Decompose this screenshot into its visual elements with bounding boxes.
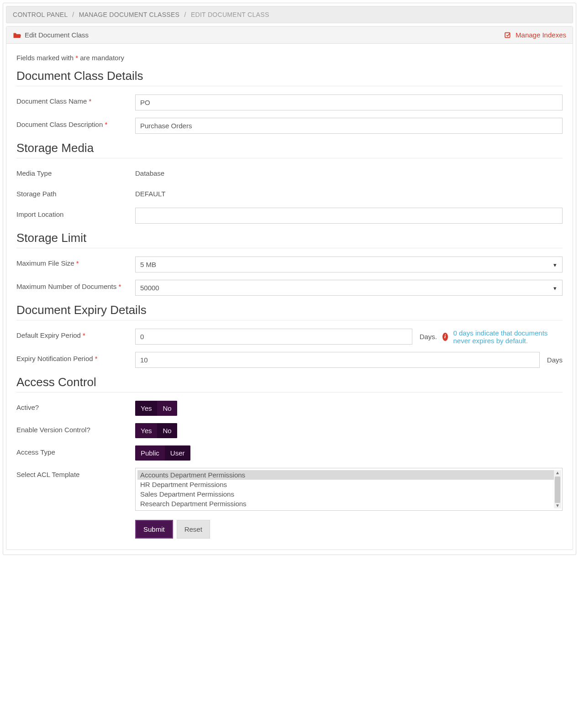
version-no-button[interactable]: No <box>157 423 177 438</box>
label-max-docs: Maximum Number of Documents * <box>16 280 135 290</box>
acl-option[interactable]: Research Department Permissions <box>137 499 560 508</box>
active-yes-button[interactable]: Yes <box>135 401 157 416</box>
media-type-value: Database <box>135 167 164 180</box>
active-no-button[interactable]: No <box>157 401 177 416</box>
label-media-type: Media Type <box>16 167 135 177</box>
breadcrumb-current: EDIT DOCUMENT CLASS <box>191 11 269 18</box>
submit-button[interactable]: Submit <box>135 520 173 539</box>
acl-option[interactable]: HR Department Permissions <box>137 480 560 489</box>
storage-path-value: DEFAULT <box>135 187 165 200</box>
label-max-file-size: Maximum File Size * <box>16 257 135 267</box>
label-expiry-notif: Expiry Notification Period * <box>16 352 135 362</box>
label-import-location: Import Location <box>16 208 135 218</box>
check-square-icon <box>504 31 512 39</box>
max-docs-select[interactable]: 50000 <box>135 280 563 296</box>
breadcrumb-control-panel[interactable]: CONTROL PANEL <box>13 11 68 18</box>
scroll-thumb[interactable] <box>555 477 560 503</box>
mandatory-note: Fields marked with * are mandatory <box>16 54 563 62</box>
panel-title: Edit Document Class <box>25 31 89 39</box>
label-storage-path: Storage Path <box>16 187 135 198</box>
label-acl-template: Select ACL Template <box>16 468 135 478</box>
expiry-hint: 0 days indicate that documents never exp… <box>453 329 563 345</box>
active-toggle: Yes No <box>135 401 177 416</box>
acl-template-listbox[interactable]: Accounts Department Permissions HR Depar… <box>135 468 563 511</box>
info-icon: i <box>442 333 448 341</box>
scroll-up-icon[interactable]: ▲ <box>555 470 560 476</box>
section-expiry: Document Expiry Details <box>16 303 563 317</box>
breadcrumb-sep: / <box>184 11 186 18</box>
section-storage-limit: Storage Limit <box>16 231 563 245</box>
label-class-name: Document Class Name * <box>16 94 135 105</box>
default-expiry-input[interactable] <box>135 329 412 345</box>
breadcrumb-sep: / <box>72 11 74 18</box>
class-name-input[interactable] <box>135 94 563 110</box>
acl-option[interactable]: Accounts Department Permissions <box>137 470 560 480</box>
label-class-desc: Document Class Description * <box>16 118 135 128</box>
import-location-input[interactable] <box>135 208 563 224</box>
access-type-toggle: Public User <box>135 445 190 461</box>
acl-option[interactable]: Sales Department Permissions <box>137 489 560 499</box>
version-toggle: Yes No <box>135 423 177 438</box>
label-active: Active? <box>16 401 135 411</box>
edit-panel: Edit Document Class Manage Indexes Field… <box>6 26 573 550</box>
days-suffix: Days. <box>420 333 437 340</box>
section-storage-media: Storage Media <box>16 141 563 155</box>
label-access-type: Access Type <box>16 445 135 456</box>
scroll-down-icon[interactable]: ▼ <box>555 503 560 508</box>
breadcrumb: CONTROL PANEL / MANAGE DOCUMENT CLASSES … <box>6 6 573 23</box>
days-suffix: Days <box>547 356 563 364</box>
expiry-notif-input[interactable] <box>135 352 540 368</box>
scrollbar[interactable]: ▲ ▼ <box>554 470 561 508</box>
manage-indexes-link[interactable]: Manage Indexes <box>516 31 566 39</box>
access-user-button[interactable]: User <box>165 445 190 461</box>
version-yes-button[interactable]: Yes <box>135 423 157 438</box>
folder-open-icon <box>13 31 21 39</box>
label-version-control: Enable Version Control? <box>16 423 135 434</box>
access-public-button[interactable]: Public <box>135 445 165 461</box>
breadcrumb-manage-doc-classes[interactable]: MANAGE DOCUMENT CLASSES <box>79 11 180 18</box>
max-file-size-select[interactable]: 5 MB <box>135 257 563 272</box>
reset-button[interactable]: Reset <box>177 520 210 539</box>
label-default-expiry: Default Expiry Period * <box>16 329 135 339</box>
class-desc-input[interactable] <box>135 118 563 134</box>
svg-rect-0 <box>505 32 510 37</box>
section-details: Document Class Details <box>16 69 563 83</box>
section-access: Access Control <box>16 375 563 389</box>
